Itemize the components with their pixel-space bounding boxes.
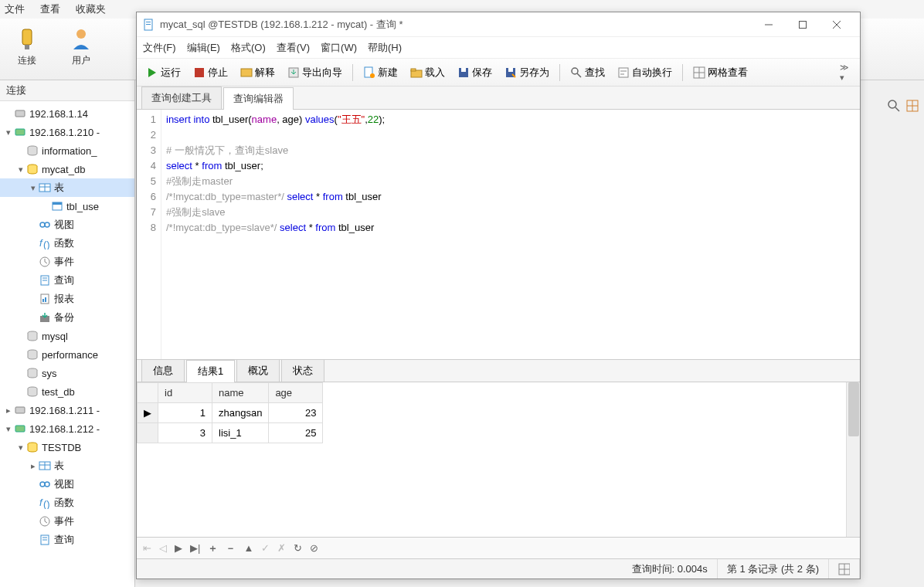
- plug-icon: [15, 26, 39, 51]
- menu-file[interactable]: 文件: [5, 2, 25, 16]
- auto-wrap-button[interactable]: 自动换行: [613, 62, 677, 83]
- table-cell[interactable]: lisi_1: [212, 423, 269, 443]
- save-as-button[interactable]: 另存为: [500, 62, 554, 83]
- tree-item[interactable]: performance: [0, 345, 134, 364]
- tree-toggle-icon[interactable]: ▾: [3, 424, 14, 434]
- svg-rect-64: [411, 69, 416, 71]
- qmenu-edit[interactable]: 编辑(E): [187, 41, 220, 55]
- tree-item[interactable]: ▾192.168.1.212 -: [0, 419, 134, 438]
- tree-item[interactable]: ▾TESTDB: [0, 438, 134, 456]
- tree-item[interactable]: 事件: [0, 512, 134, 531]
- table-cell[interactable]: 1: [158, 403, 212, 423]
- search-icon[interactable]: [887, 99, 901, 113]
- new-button[interactable]: 新建: [358, 62, 403, 83]
- nav-refresh[interactable]: ↻: [294, 542, 302, 554]
- tree-toggle-icon[interactable]: ▾: [28, 183, 39, 193]
- minimize-button[interactable]: [752, 13, 786, 36]
- qmenu-window[interactable]: 窗口(W): [321, 41, 357, 55]
- stop-button[interactable]: 停止: [189, 62, 233, 83]
- table-row[interactable]: ▶1zhangsan23: [138, 403, 323, 423]
- tree-item[interactable]: mysql: [0, 327, 134, 345]
- table-cell[interactable]: 3: [158, 423, 212, 443]
- code-area[interactable]: insert into tbl_user(name, age) values("…: [161, 110, 860, 359]
- tree-item[interactable]: ▾mycat_db: [0, 160, 134, 178]
- connection-tree[interactable]: 192.168.1.14▾192.168.1.210 -information_…: [0, 101, 134, 552]
- column-header[interactable]: age: [269, 383, 323, 403]
- column-header[interactable]: name: [212, 383, 269, 403]
- rtab-status[interactable]: 状态: [281, 359, 324, 382]
- user-tool[interactable]: 用户: [54, 26, 108, 80]
- nav-prev[interactable]: ◁: [159, 542, 167, 554]
- tree-toggle-icon[interactable]: ▾: [3, 127, 14, 137]
- tree-item[interactable]: 查询: [0, 531, 134, 549]
- column-header[interactable]: id: [158, 383, 212, 403]
- table-cell[interactable]: 25: [269, 423, 323, 443]
- tree-item[interactable]: 查询: [0, 271, 134, 290]
- results-table[interactable]: idnameage▶1zhangsan233lisi_125: [137, 382, 323, 443]
- run-button[interactable]: 运行: [141, 62, 185, 83]
- table-cell[interactable]: zhangsan: [212, 403, 269, 423]
- nav-first[interactable]: ⇤: [143, 542, 151, 554]
- tree-item[interactable]: tbl_use: [0, 197, 134, 215]
- nav-cancel[interactable]: ✗: [277, 542, 286, 554]
- results-scrollbar[interactable]: [846, 382, 860, 537]
- qmenu-view[interactable]: 查看(V): [277, 41, 310, 55]
- explain-button[interactable]: 解释: [236, 62, 280, 83]
- grid-view-button[interactable]: 网格查看: [688, 62, 752, 83]
- tree-item[interactable]: 视图: [0, 215, 134, 234]
- tree-toggle-icon[interactable]: ▾: [15, 443, 26, 453]
- maximize-button[interactable]: [786, 13, 820, 36]
- svg-rect-11: [53, 202, 62, 205]
- nav-apply[interactable]: ✓: [261, 542, 270, 554]
- host-active-icon: [14, 422, 26, 435]
- save-button[interactable]: 保存: [453, 62, 497, 83]
- nav-up[interactable]: ▲: [243, 542, 253, 554]
- tree-item[interactable]: ▾192.168.1.210 -: [0, 123, 134, 141]
- close-button[interactable]: [820, 13, 854, 36]
- tree-item[interactable]: 事件: [0, 253, 134, 271]
- scrollbar-thumb[interactable]: [848, 382, 859, 436]
- tree-item[interactable]: 视图: [0, 475, 134, 494]
- load-button[interactable]: 载入: [406, 62, 450, 83]
- tree-toggle-icon[interactable]: ▸: [3, 405, 14, 416]
- qmenu-file[interactable]: 文件(F): [143, 41, 176, 55]
- tree-item[interactable]: ▸192.168.1.211 -: [0, 401, 134, 419]
- toolbar-overflow[interactable]: ≫▾: [834, 63, 855, 83]
- tree-toggle-icon[interactable]: ▾: [15, 165, 26, 175]
- tree-item[interactable]: test_db: [0, 382, 134, 401]
- qmenu-help[interactable]: 帮助(H): [368, 41, 402, 55]
- tab-query-builder[interactable]: 查询创建工具: [141, 87, 222, 109]
- grid-icon: [693, 66, 705, 79]
- tree-item[interactable]: ▸表: [0, 456, 134, 475]
- sql-editor[interactable]: 12345678 insert into tbl_user(name, age)…: [137, 110, 860, 359]
- table-cell[interactable]: 23: [269, 403, 323, 423]
- tree-toggle-icon[interactable]: ▸: [28, 461, 39, 471]
- rtab-info[interactable]: 信息: [141, 359, 185, 382]
- tree-item[interactable]: information_: [0, 141, 134, 160]
- tree-item[interactable]: 报表: [0, 290, 134, 308]
- tree-item[interactable]: ▾表: [0, 178, 134, 197]
- menu-view[interactable]: 查看: [40, 2, 60, 16]
- qmenu-format[interactable]: 格式(O): [231, 41, 266, 55]
- nav-remove[interactable]: －: [226, 541, 236, 555]
- tree-item[interactable]: f()函数: [0, 234, 134, 253]
- grid-icon[interactable]: [905, 99, 919, 113]
- rtab-profile[interactable]: 概况: [236, 359, 280, 382]
- tree-item[interactable]: f()函数: [0, 494, 134, 512]
- export-wizard-button[interactable]: 导出向导: [283, 62, 347, 83]
- nav-stop[interactable]: ⊘: [310, 542, 318, 554]
- tree-item[interactable]: 备份: [0, 308, 134, 327]
- nav-next[interactable]: ▶: [175, 542, 182, 554]
- results-grid[interactable]: idnameage▶1zhangsan233lisi_125: [137, 382, 860, 537]
- tab-query-editor[interactable]: 查询编辑器: [223, 87, 294, 110]
- find-button[interactable]: 查找: [566, 62, 610, 83]
- table-row[interactable]: 3lisi_125: [138, 423, 323, 443]
- nav-last[interactable]: ▶|: [190, 542, 200, 554]
- tree-item-label: 192.168.1.210 -: [29, 127, 100, 138]
- menu-favorites[interactable]: 收藏夹: [76, 2, 106, 16]
- nav-add[interactable]: ＋: [208, 541, 218, 555]
- rtab-result1[interactable]: 结果1: [186, 360, 235, 382]
- tree-item[interactable]: 192.168.1.14: [0, 104, 134, 123]
- tree-item[interactable]: sys: [0, 364, 134, 382]
- connect-tool[interactable]: 连接: [0, 26, 54, 80]
